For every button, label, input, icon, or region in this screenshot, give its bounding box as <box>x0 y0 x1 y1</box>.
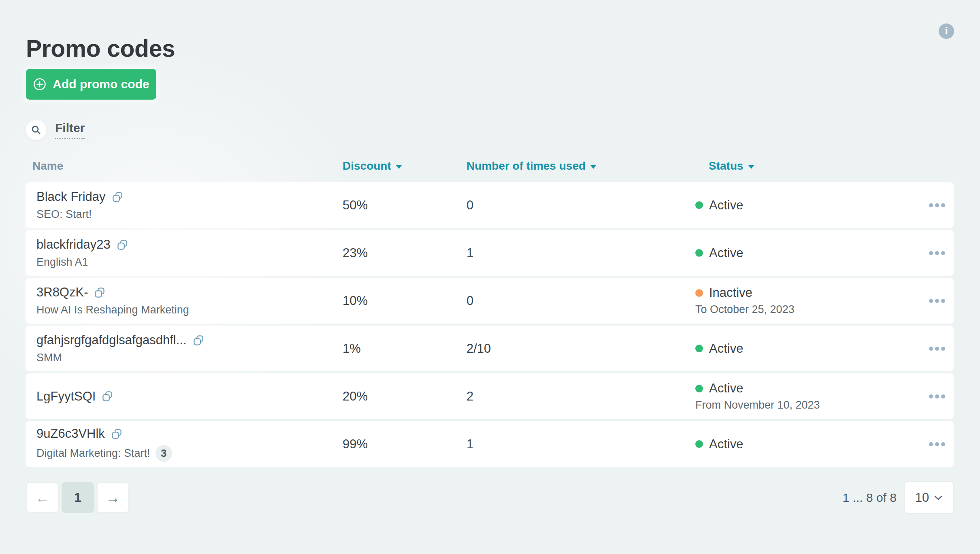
status-label: Active <box>709 246 743 260</box>
search-icon <box>31 125 42 136</box>
page-1-button[interactable]: 1 <box>62 482 94 513</box>
status-label: Active <box>709 437 743 452</box>
promo-code-name: 9uZ6c3VHlk <box>36 426 105 441</box>
copy-icon[interactable] <box>111 428 122 439</box>
status-dot <box>695 289 703 297</box>
column-header-times-used[interactable]: Number of times used <box>467 160 695 173</box>
table-row: 9uZ6c3VHlk Digital Marketing: Start! 3 9… <box>26 421 954 467</box>
status-label: Active <box>709 341 743 356</box>
pagination: ← 1 → <box>26 482 129 513</box>
table-row: gfahjsrgfgafdglsafgasdhfl... SMM 1% 2/10… <box>26 326 954 371</box>
promo-code-name: 3R8QzK- <box>36 285 88 300</box>
add-promo-code-label: Add promo code <box>53 77 149 91</box>
promo-code-name: gfahjsrgfgafdglsafgasdhfl... <box>36 333 187 347</box>
promo-code-course: SMM <box>36 352 62 364</box>
course-count-badge: 3 <box>156 445 172 462</box>
column-header-discount[interactable]: Discount <box>343 160 467 173</box>
table-row: LgFyytSQI 20% 2 Active From November 10, <box>26 373 954 419</box>
column-header-status[interactable]: Status <box>695 160 920 173</box>
promo-code-course: Digital Marketing: Start! <box>36 447 150 460</box>
page-title: Promo codes <box>26 35 175 62</box>
filter-toggle[interactable]: Filter <box>55 121 85 139</box>
table-row: 3R8QzK- How AI Is Reshaping Marketing 10… <box>26 278 954 324</box>
discount-value: 20% <box>343 389 467 404</box>
column-header-name: Name <box>26 160 343 173</box>
discount-value: 99% <box>343 437 467 452</box>
discount-value: 23% <box>343 246 467 260</box>
promo-code-course: SEO: Start! <box>36 208 92 221</box>
table-row: blackfriday23 English A1 23% 1 Active <box>26 230 954 276</box>
promo-code-name: LgFyytSQI <box>36 389 96 404</box>
row-actions-menu-icon[interactable] <box>927 201 948 210</box>
status-dot <box>695 201 703 209</box>
times-used-value: 2 <box>467 389 695 404</box>
info-icon-glyph: i <box>945 26 948 36</box>
column-header-discount-label: Discount <box>343 160 391 173</box>
promo-code-name: blackfriday23 <box>36 237 111 252</box>
status-dot <box>695 385 703 392</box>
times-used-value: 1 <box>467 437 695 452</box>
previous-page-button[interactable]: ← <box>26 482 59 513</box>
times-used-value: 0 <box>467 294 695 308</box>
status-dot <box>695 440 703 448</box>
chevron-down-icon <box>934 495 943 501</box>
status-label: Inactive <box>709 286 752 300</box>
status-label: Active <box>709 198 743 213</box>
add-promo-code-button[interactable]: Add promo code <box>26 69 156 100</box>
arrow-right-icon: → <box>106 489 120 506</box>
discount-value: 50% <box>343 198 467 213</box>
status-dot <box>695 345 703 352</box>
sort-arrow-icon <box>396 165 402 169</box>
column-header-times-used-label: Number of times used <box>467 160 586 173</box>
promo-code-name: Black Friday <box>36 190 106 204</box>
table-header-row: Name Discount Number of times used Statu… <box>26 160 954 173</box>
table-row: Black Friday SEO: Start! 50% 0 Active <box>26 182 954 228</box>
search-button[interactable] <box>26 120 46 140</box>
pagination-summary: 1 ... 8 of 8 10 <box>843 482 954 513</box>
sort-arrow-icon <box>590 165 596 169</box>
row-actions-menu-icon[interactable] <box>927 344 948 353</box>
row-actions-menu-icon[interactable] <box>927 249 948 258</box>
copy-icon[interactable] <box>117 239 128 250</box>
copy-icon[interactable] <box>94 287 105 298</box>
status-label: Active <box>709 381 743 396</box>
times-used-value: 2/10 <box>467 341 695 356</box>
filter-bar: Filter <box>26 120 85 140</box>
row-actions-menu-icon[interactable] <box>927 440 948 449</box>
page-size-select[interactable]: 10 <box>904 481 954 514</box>
column-header-status-label: Status <box>709 160 744 173</box>
page-size-value: 10 <box>915 490 929 505</box>
status-date-note: From November 10, 2023 <box>695 399 920 411</box>
sort-arrow-icon <box>748 165 754 169</box>
info-icon[interactable]: i <box>939 23 954 39</box>
discount-value: 10% <box>343 294 467 308</box>
next-page-button[interactable]: → <box>97 482 129 513</box>
times-used-value: 0 <box>467 198 695 213</box>
status-date-note: To October 25, 2023 <box>695 303 920 316</box>
row-actions-menu-icon[interactable] <box>927 392 948 401</box>
times-used-value: 1 <box>467 246 695 260</box>
discount-value: 1% <box>343 341 467 356</box>
status-dot <box>695 249 703 257</box>
results-range-text: 1 ... 8 of 8 <box>843 491 897 505</box>
row-actions-menu-icon[interactable] <box>927 296 948 305</box>
arrow-left-icon: ← <box>35 489 50 506</box>
copy-icon[interactable] <box>112 192 123 202</box>
copy-icon[interactable] <box>193 335 204 346</box>
promo-code-course: How AI Is Reshaping Marketing <box>36 304 189 316</box>
circle-plus-icon <box>33 77 47 91</box>
copy-icon[interactable] <box>102 391 113 402</box>
promo-code-course: English A1 <box>36 256 88 268</box>
promo-codes-table: Black Friday SEO: Start! 50% 0 Active <box>26 182 954 467</box>
